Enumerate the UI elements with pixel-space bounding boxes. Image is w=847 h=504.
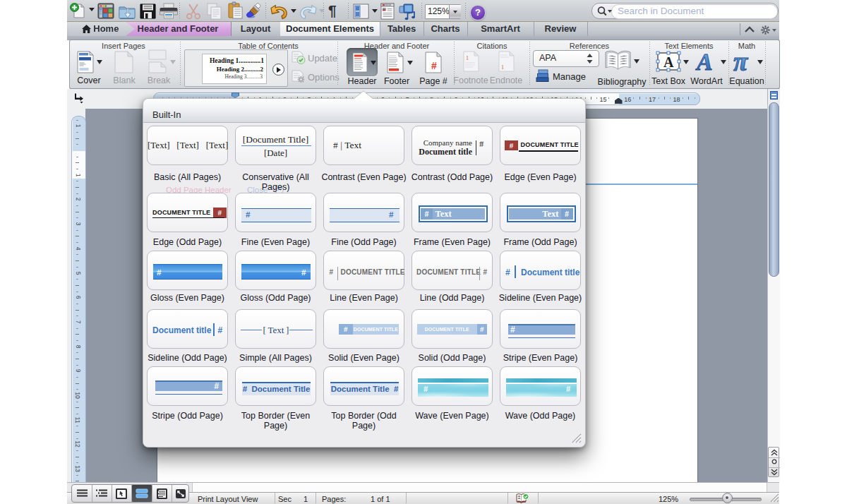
svg-text:#: # xyxy=(431,60,437,71)
svg-text:1: 1 xyxy=(501,64,504,71)
svg-text:A: A xyxy=(663,54,674,70)
svg-text:1: 1 xyxy=(466,55,469,61)
svg-text:A: A xyxy=(695,49,713,73)
svg-text:π: π xyxy=(733,49,748,73)
